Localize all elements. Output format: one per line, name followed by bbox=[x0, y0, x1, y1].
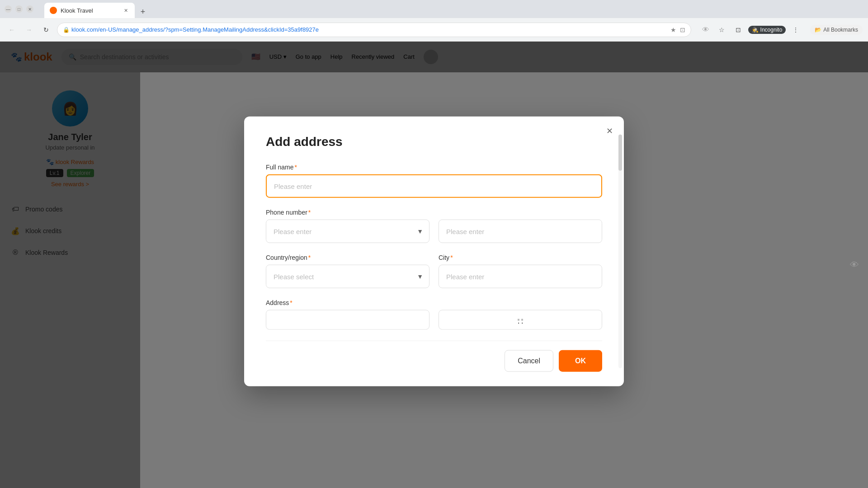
modal-close-button[interactable]: ✕ bbox=[602, 124, 617, 138]
dot1: · bbox=[518, 319, 519, 321]
country-city-row: Country/region* Please select ▼ City* bbox=[266, 254, 602, 288]
reload-button[interactable]: ↻ bbox=[40, 23, 52, 36]
incognito-icon: 🕵 bbox=[752, 27, 759, 33]
address-group: Address* · · bbox=[266, 299, 602, 330]
country-select-wrapper: Please select ▼ bbox=[266, 265, 429, 288]
incognito-label: Incognito bbox=[760, 27, 783, 33]
phone-country-select[interactable]: Please enter bbox=[266, 220, 429, 243]
browser-tab[interactable]: Klook Travel ✕ bbox=[44, 3, 135, 18]
side-eye-icon: 👁 bbox=[850, 260, 859, 270]
menu-button[interactable]: ⋮ bbox=[789, 23, 802, 36]
address-bar[interactable]: 🔒 klook.com/en-US/manage_address/?spm=Se… bbox=[57, 23, 691, 37]
phone-country-wrapper: Please enter ▼ bbox=[266, 220, 429, 243]
city-label: City* bbox=[439, 254, 602, 261]
required-indicator-city: * bbox=[450, 254, 453, 261]
forward-button[interactable]: → bbox=[23, 23, 35, 36]
country-label: Country/region* bbox=[266, 254, 429, 261]
tab-title: Klook Travel bbox=[61, 7, 93, 14]
eye-icon: 👁 bbox=[699, 23, 712, 36]
address-input-2-partial: · · bbox=[439, 310, 602, 330]
tab-favicon bbox=[50, 7, 57, 14]
close-button[interactable]: ✕ bbox=[26, 5, 33, 13]
address-input-1-partial bbox=[266, 310, 429, 330]
new-tab-button[interactable]: + bbox=[137, 5, 149, 18]
country-col: Country/region* Please select ▼ bbox=[266, 254, 429, 288]
full-name-input[interactable] bbox=[266, 174, 602, 198]
required-indicator: * bbox=[294, 164, 297, 171]
minimize-button[interactable]: — bbox=[5, 5, 12, 13]
phone-number-col bbox=[439, 220, 602, 243]
phone-row: Please enter ▼ bbox=[266, 220, 602, 243]
tab-close-button[interactable]: ✕ bbox=[122, 7, 129, 14]
required-indicator-country: * bbox=[308, 254, 311, 261]
phone-country-col: Please enter ▼ bbox=[266, 220, 429, 243]
ok-button[interactable]: OK bbox=[559, 350, 602, 372]
bookmarks-icon: 📂 bbox=[815, 27, 821, 33]
extension-icon[interactable]: ⊡ bbox=[732, 23, 745, 36]
bookmarks-button[interactable]: 📂 All Bookmarks bbox=[810, 25, 863, 35]
modal-title: Add address bbox=[266, 135, 602, 149]
country-region-select[interactable]: Please select bbox=[266, 265, 429, 288]
country-city-group: Country/region* Please select ▼ City* bbox=[266, 254, 602, 288]
full-name-label: Full name* bbox=[266, 164, 602, 171]
address-row: · · bbox=[266, 310, 602, 330]
modal-scroll-thumb bbox=[618, 135, 622, 171]
required-indicator-address: * bbox=[290, 299, 292, 306]
full-name-group: Full name* bbox=[266, 164, 602, 198]
modal-scrollbar[interactable] bbox=[618, 135, 622, 368]
incognito-badge: 🕵 Incognito bbox=[748, 26, 786, 34]
required-indicator-phone: * bbox=[308, 209, 311, 216]
bookmarks-label: All Bookmarks bbox=[823, 27, 858, 33]
form-section: Full name* Phone number* Please enter ▼ bbox=[266, 164, 602, 330]
phone-number-input[interactable] bbox=[439, 220, 602, 243]
maximize-button[interactable]: □ bbox=[15, 5, 23, 13]
city-input[interactable] bbox=[439, 265, 602, 288]
dot2: · bbox=[521, 319, 523, 321]
phone-number-label: Phone number* bbox=[266, 209, 602, 216]
back-button[interactable]: ← bbox=[5, 23, 18, 36]
cancel-button[interactable]: Cancel bbox=[505, 350, 553, 372]
star-icon[interactable]: ☆ bbox=[716, 23, 728, 36]
url-display: klook.com/en-US/manage_address/?spm=Sett… bbox=[71, 26, 667, 33]
phone-number-group: Phone number* Please enter ▼ bbox=[266, 209, 602, 243]
add-address-modal: ✕ Add address Full name* Phone number* bbox=[244, 117, 624, 386]
city-col: City* bbox=[439, 254, 602, 288]
modal-footer: Cancel OK bbox=[266, 341, 602, 372]
address-label: Address* bbox=[266, 299, 602, 306]
